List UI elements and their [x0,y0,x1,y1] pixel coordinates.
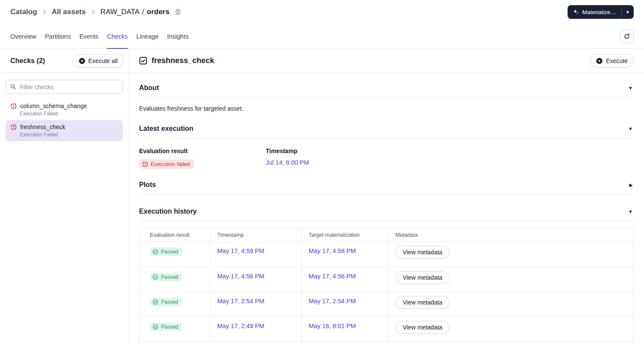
target-materialization-link[interactable]: May 17, 4:56 PM [309,273,356,280]
play-circle-icon [596,57,603,64]
view-metadata-button[interactable]: View metadata [395,321,450,334]
tab-partitions[interactable]: Partitions [45,24,70,48]
check-status: Execution Failed [20,132,118,138]
check-circle-icon [152,274,158,280]
passed-badge-label: Passed [161,324,178,330]
execution-timestamp-link[interactable]: May 17, 4:56 PM [217,273,264,280]
check-circle-icon [152,324,158,330]
execution-failed-icon [142,161,148,167]
table-row: Passed May 17, 2:49 PM May 16, 8:01 PM V… [140,317,633,341]
view-metadata-button[interactable]: View metadata [395,246,450,259]
breadcrumb: Catalog All assets RAW_DATA / orders [10,8,181,16]
materialize-button[interactable]: Materialize… [568,5,621,19]
check-detail-panel: freshness_check Execute About ▼ Evaluate… [129,49,644,344]
collapse-latest-execution-icon[interactable]: ▼ [627,126,634,132]
latest-timestamp-link[interactable]: Jul 14, 8:00 PM [266,159,309,166]
table-row: Passed May 17, 4:59 PM May 17, 4:58 PM V… [140,242,633,267]
check-name: freshness_check [20,124,65,130]
column-header-evaluation-result: Evaluation result [140,229,210,242]
copy-clipboard-icon[interactable] [175,9,181,15]
table-header-row: Evaluation result Timestamp Target mater… [140,229,633,242]
target-materialization-link[interactable]: May 16, 8:01 PM [309,323,356,329]
check-detail-header: freshness_check Execute [129,49,644,73]
breadcrumb-all-assets[interactable]: All assets [52,8,85,16]
collapse-about-icon[interactable]: ▼ [627,85,634,91]
tab-overview[interactable]: Overview [10,24,36,48]
check-list-item-column-schema-change[interactable]: column_schema_change Execution Failed [6,99,123,120]
materialize-split-button: Materialize… ▼ [568,5,634,19]
materialize-button-label: Materialize… [582,9,616,15]
check-detail-body: About ▼ Evaluates freshness for targeted… [129,73,644,344]
execution-failed-badge: Execution failed [139,159,194,169]
evaluation-result-label: Evaluation result [139,148,266,154]
checks-sidebar: Checks (2) Execute all column_schema_c [0,49,129,344]
passed-badge-label: Passed [161,274,178,280]
filter-checks-input[interactable] [6,80,123,94]
check-circle-icon [152,249,158,255]
execution-timestamp-link[interactable]: May 17, 2:54 PM [217,298,264,305]
play-circle-icon [79,57,85,64]
check-circle-icon [152,299,158,305]
tab-events[interactable]: Events [79,24,98,48]
latest-execution-section-header: Latest execution ▼ [139,116,634,139]
execution-history-section-header: Execution history ▼ [139,195,634,221]
passed-badge: Passed [150,298,182,306]
column-header-target-materialization: Target materialization [301,229,388,242]
plots-title: Plots [139,181,156,189]
refresh-icon [623,33,630,40]
breadcrumb-asset-key: RAW_DATA / orders [100,8,170,16]
latest-execution-body: Evaluation result Execution failed Times… [139,139,634,181]
execution-history-title: Execution history [139,208,197,215]
asset-name: orders [147,8,170,16]
asset-tabs: Overview Partitions Events Checks Lineag… [0,24,644,49]
column-header-metadata: Metadata [388,229,633,242]
passed-badge: Passed [150,273,182,281]
refresh-button[interactable] [620,30,634,43]
about-description: Evaluates freshness for targeted asset. [139,98,634,116]
execute-button[interactable]: Execute [590,54,634,68]
about-title: About [139,84,159,92]
passed-badge: Passed [150,323,182,331]
execution-timestamp-link[interactable]: May 17, 2:49 PM [217,323,264,329]
collapse-execution-history-icon[interactable]: ▼ [627,208,634,215]
materialize-dropdown-button[interactable]: ▼ [621,5,634,19]
tab-checks[interactable]: Checks [107,24,128,48]
execution-history-table: Evaluation result Timestamp Target mater… [139,228,634,344]
check-name: column_schema_change [20,103,87,109]
check-list: column_schema_change Execution Failed fr… [0,98,128,142]
execute-all-label: Execute all [88,57,118,64]
asset-group: RAW_DATA [100,8,140,16]
target-materialization-link[interactable]: May 17, 2:54 PM [309,298,356,305]
chevron-right-icon [90,9,96,15]
table-row: Passed May 17, 2:54 PM May 17, 2:54 PM V… [140,292,633,317]
view-metadata-button[interactable]: View metadata [395,296,450,309]
execution-failed-badge-label: Execution failed [151,161,190,167]
execution-timestamp-link[interactable]: May 17, 4:59 PM [217,247,264,254]
table-row-partial [140,341,633,344]
view-metadata-button[interactable]: View metadata [395,271,450,284]
about-section-header: About ▼ [139,73,634,98]
check-status: Execution Failed [20,111,118,117]
passed-badge: Passed [150,247,182,256]
passed-badge-label: Passed [161,299,178,305]
checks-sidebar-header: Checks (2) Execute all [0,49,128,73]
sparkle-icon [573,9,579,15]
tab-lineage[interactable]: Lineage [137,24,159,48]
execution-failed-icon [10,124,17,130]
column-header-timestamp: Timestamp [210,229,301,242]
latest-execution-title: Latest execution [139,125,193,133]
asset-path-separator: / [142,8,144,16]
breadcrumb-catalog[interactable]: Catalog [10,8,37,16]
expand-plots-icon[interactable]: ▶ [629,182,634,188]
target-materialization-link[interactable]: May 17, 4:58 PM [309,247,356,254]
chevron-down-icon: ▼ [626,10,630,15]
passed-badge-label: Passed [161,249,178,255]
checks-layout: Checks (2) Execute all column_schema_c [0,49,644,344]
chevron-right-icon [41,9,47,15]
execution-failed-icon [10,103,17,109]
check-list-item-freshness-check[interactable]: freshness_check Execution Failed [6,120,123,141]
execute-all-button[interactable]: Execute all [73,54,124,68]
timestamp-label: Timestamp [266,148,392,154]
tab-insights[interactable]: Insights [167,24,188,48]
table-row: Passed May 17, 4:56 PM May 17, 4:56 PM V… [140,267,633,292]
